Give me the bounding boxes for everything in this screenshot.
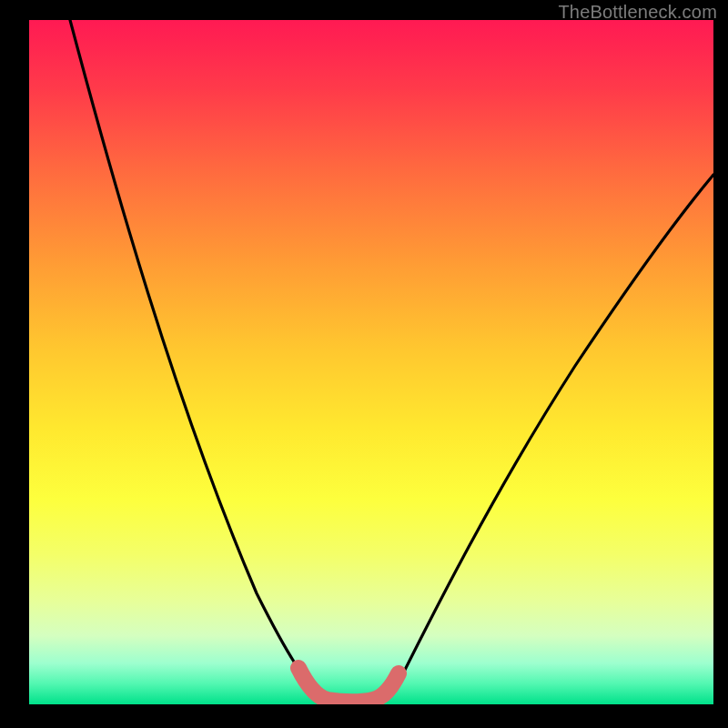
plot-area — [29, 20, 713, 704]
chart-frame: TheBottleneck.com — [0, 0, 728, 728]
curve-path — [70, 20, 713, 701]
bottleneck-curve — [29, 20, 713, 704]
min-highlight — [298, 668, 399, 702]
